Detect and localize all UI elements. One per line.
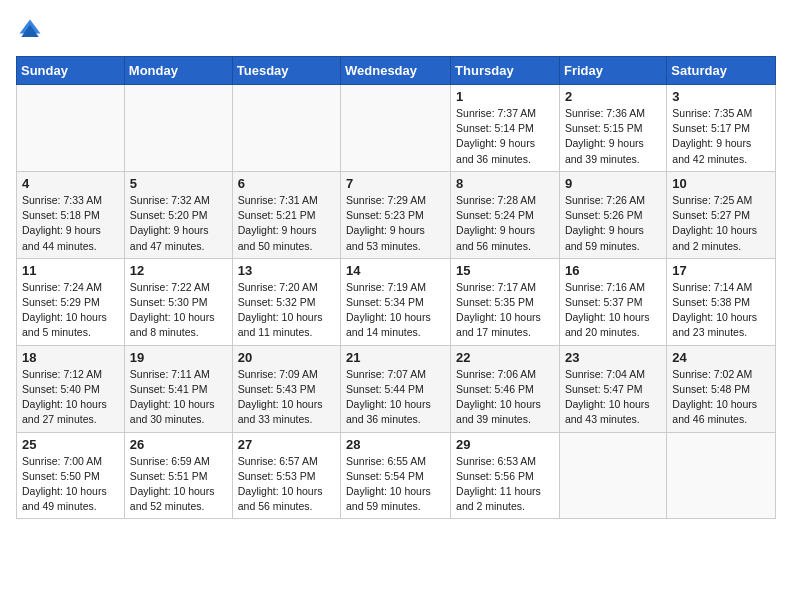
day-header-sunday: Sunday — [17, 57, 125, 85]
cell-content: Sunrise: 7:36 AM Sunset: 5:15 PM Dayligh… — [565, 106, 661, 167]
cell-content: Sunrise: 7:16 AM Sunset: 5:37 PM Dayligh… — [565, 280, 661, 341]
calendar-cell: 4Sunrise: 7:33 AM Sunset: 5:18 PM Daylig… — [17, 171, 125, 258]
logo-icon — [16, 16, 44, 44]
cell-content: Sunrise: 7:06 AM Sunset: 5:46 PM Dayligh… — [456, 367, 554, 428]
cell-content: Sunrise: 7:22 AM Sunset: 5:30 PM Dayligh… — [130, 280, 227, 341]
cell-content: Sunrise: 7:02 AM Sunset: 5:48 PM Dayligh… — [672, 367, 770, 428]
day-number: 29 — [456, 437, 554, 452]
calendar-cell — [341, 85, 451, 172]
day-number: 1 — [456, 89, 554, 104]
cell-content: Sunrise: 7:33 AM Sunset: 5:18 PM Dayligh… — [22, 193, 119, 254]
day-number: 28 — [346, 437, 445, 452]
calendar-cell: 8Sunrise: 7:28 AM Sunset: 5:24 PM Daylig… — [451, 171, 560, 258]
calendar-week-2: 4Sunrise: 7:33 AM Sunset: 5:18 PM Daylig… — [17, 171, 776, 258]
calendar-week-3: 11Sunrise: 7:24 AM Sunset: 5:29 PM Dayli… — [17, 258, 776, 345]
cell-content: Sunrise: 7:14 AM Sunset: 5:38 PM Dayligh… — [672, 280, 770, 341]
calendar-cell: 23Sunrise: 7:04 AM Sunset: 5:47 PM Dayli… — [559, 345, 666, 432]
day-number: 12 — [130, 263, 227, 278]
calendar-cell: 12Sunrise: 7:22 AM Sunset: 5:30 PM Dayli… — [124, 258, 232, 345]
day-number: 2 — [565, 89, 661, 104]
day-number: 10 — [672, 176, 770, 191]
day-number: 8 — [456, 176, 554, 191]
day-number: 15 — [456, 263, 554, 278]
cell-content: Sunrise: 7:19 AM Sunset: 5:34 PM Dayligh… — [346, 280, 445, 341]
calendar-cell: 16Sunrise: 7:16 AM Sunset: 5:37 PM Dayli… — [559, 258, 666, 345]
calendar-cell: 28Sunrise: 6:55 AM Sunset: 5:54 PM Dayli… — [341, 432, 451, 519]
calendar-cell: 22Sunrise: 7:06 AM Sunset: 5:46 PM Dayli… — [451, 345, 560, 432]
cell-content: Sunrise: 7:37 AM Sunset: 5:14 PM Dayligh… — [456, 106, 554, 167]
calendar-week-4: 18Sunrise: 7:12 AM Sunset: 5:40 PM Dayli… — [17, 345, 776, 432]
day-number: 3 — [672, 89, 770, 104]
cell-content: Sunrise: 7:29 AM Sunset: 5:23 PM Dayligh… — [346, 193, 445, 254]
day-number: 4 — [22, 176, 119, 191]
calendar-cell: 6Sunrise: 7:31 AM Sunset: 5:21 PM Daylig… — [232, 171, 340, 258]
calendar-cell — [17, 85, 125, 172]
day-header-wednesday: Wednesday — [341, 57, 451, 85]
day-number: 20 — [238, 350, 335, 365]
day-number: 11 — [22, 263, 119, 278]
calendar-header-row: SundayMondayTuesdayWednesdayThursdayFrid… — [17, 57, 776, 85]
calendar-cell: 27Sunrise: 6:57 AM Sunset: 5:53 PM Dayli… — [232, 432, 340, 519]
calendar-cell — [124, 85, 232, 172]
cell-content: Sunrise: 7:07 AM Sunset: 5:44 PM Dayligh… — [346, 367, 445, 428]
calendar-cell — [232, 85, 340, 172]
day-header-friday: Friday — [559, 57, 666, 85]
calendar-cell: 19Sunrise: 7:11 AM Sunset: 5:41 PM Dayli… — [124, 345, 232, 432]
calendar-cell: 10Sunrise: 7:25 AM Sunset: 5:27 PM Dayli… — [667, 171, 776, 258]
calendar-table: SundayMondayTuesdayWednesdayThursdayFrid… — [16, 56, 776, 519]
day-number: 25 — [22, 437, 119, 452]
cell-content: Sunrise: 7:25 AM Sunset: 5:27 PM Dayligh… — [672, 193, 770, 254]
day-number: 18 — [22, 350, 119, 365]
cell-content: Sunrise: 6:59 AM Sunset: 5:51 PM Dayligh… — [130, 454, 227, 515]
calendar-cell: 17Sunrise: 7:14 AM Sunset: 5:38 PM Dayli… — [667, 258, 776, 345]
cell-content: Sunrise: 7:09 AM Sunset: 5:43 PM Dayligh… — [238, 367, 335, 428]
day-number: 13 — [238, 263, 335, 278]
calendar-cell: 14Sunrise: 7:19 AM Sunset: 5:34 PM Dayli… — [341, 258, 451, 345]
calendar-cell: 7Sunrise: 7:29 AM Sunset: 5:23 PM Daylig… — [341, 171, 451, 258]
day-number: 27 — [238, 437, 335, 452]
day-header-tuesday: Tuesday — [232, 57, 340, 85]
calendar-cell: 2Sunrise: 7:36 AM Sunset: 5:15 PM Daylig… — [559, 85, 666, 172]
cell-content: Sunrise: 7:11 AM Sunset: 5:41 PM Dayligh… — [130, 367, 227, 428]
logo — [16, 16, 48, 44]
calendar-week-5: 25Sunrise: 7:00 AM Sunset: 5:50 PM Dayli… — [17, 432, 776, 519]
cell-content: Sunrise: 7:35 AM Sunset: 5:17 PM Dayligh… — [672, 106, 770, 167]
calendar-cell: 18Sunrise: 7:12 AM Sunset: 5:40 PM Dayli… — [17, 345, 125, 432]
calendar-cell: 24Sunrise: 7:02 AM Sunset: 5:48 PM Dayli… — [667, 345, 776, 432]
cell-content: Sunrise: 7:17 AM Sunset: 5:35 PM Dayligh… — [456, 280, 554, 341]
day-number: 16 — [565, 263, 661, 278]
calendar-cell: 29Sunrise: 6:53 AM Sunset: 5:56 PM Dayli… — [451, 432, 560, 519]
calendar-cell: 13Sunrise: 7:20 AM Sunset: 5:32 PM Dayli… — [232, 258, 340, 345]
day-number: 17 — [672, 263, 770, 278]
day-number: 6 — [238, 176, 335, 191]
calendar-cell: 26Sunrise: 6:59 AM Sunset: 5:51 PM Dayli… — [124, 432, 232, 519]
calendar-cell: 11Sunrise: 7:24 AM Sunset: 5:29 PM Dayli… — [17, 258, 125, 345]
calendar-cell: 21Sunrise: 7:07 AM Sunset: 5:44 PM Dayli… — [341, 345, 451, 432]
day-number: 24 — [672, 350, 770, 365]
cell-content: Sunrise: 7:28 AM Sunset: 5:24 PM Dayligh… — [456, 193, 554, 254]
cell-content: Sunrise: 7:26 AM Sunset: 5:26 PM Dayligh… — [565, 193, 661, 254]
calendar-cell: 9Sunrise: 7:26 AM Sunset: 5:26 PM Daylig… — [559, 171, 666, 258]
cell-content: Sunrise: 7:20 AM Sunset: 5:32 PM Dayligh… — [238, 280, 335, 341]
day-number: 19 — [130, 350, 227, 365]
day-number: 9 — [565, 176, 661, 191]
cell-content: Sunrise: 6:55 AM Sunset: 5:54 PM Dayligh… — [346, 454, 445, 515]
day-header-thursday: Thursday — [451, 57, 560, 85]
calendar-cell: 20Sunrise: 7:09 AM Sunset: 5:43 PM Dayli… — [232, 345, 340, 432]
cell-content: Sunrise: 7:32 AM Sunset: 5:20 PM Dayligh… — [130, 193, 227, 254]
cell-content: Sunrise: 6:57 AM Sunset: 5:53 PM Dayligh… — [238, 454, 335, 515]
page-header — [16, 16, 776, 44]
day-header-saturday: Saturday — [667, 57, 776, 85]
cell-content: Sunrise: 6:53 AM Sunset: 5:56 PM Dayligh… — [456, 454, 554, 515]
day-number: 5 — [130, 176, 227, 191]
day-number: 14 — [346, 263, 445, 278]
day-number: 22 — [456, 350, 554, 365]
calendar-cell — [667, 432, 776, 519]
day-header-monday: Monday — [124, 57, 232, 85]
cell-content: Sunrise: 7:12 AM Sunset: 5:40 PM Dayligh… — [22, 367, 119, 428]
calendar-cell: 1Sunrise: 7:37 AM Sunset: 5:14 PM Daylig… — [451, 85, 560, 172]
calendar-cell: 15Sunrise: 7:17 AM Sunset: 5:35 PM Dayli… — [451, 258, 560, 345]
day-number: 7 — [346, 176, 445, 191]
day-number: 26 — [130, 437, 227, 452]
calendar-cell: 25Sunrise: 7:00 AM Sunset: 5:50 PM Dayli… — [17, 432, 125, 519]
